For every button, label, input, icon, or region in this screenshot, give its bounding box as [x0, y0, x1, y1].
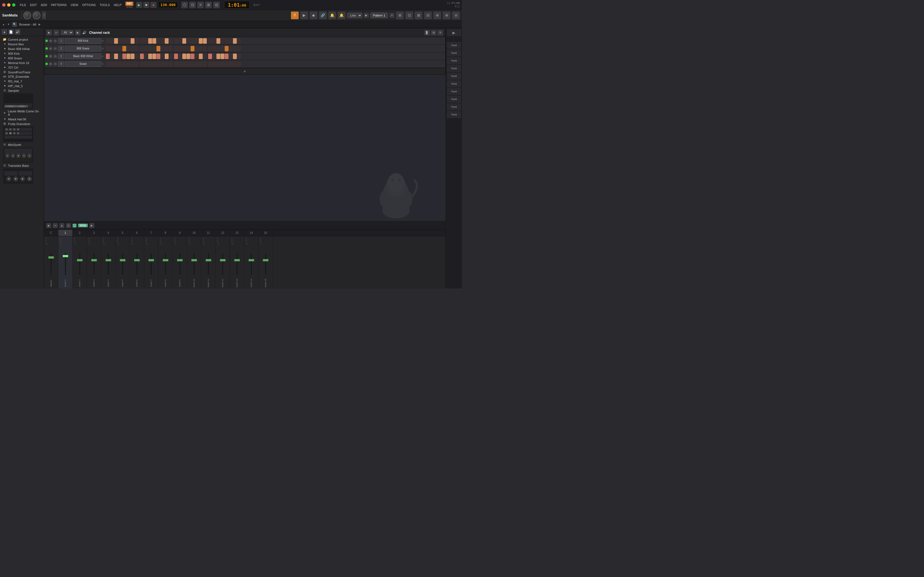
mixer-num-0[interactable]: C: [44, 230, 58, 236]
beat-cell-1-12[interactable]: [152, 38, 156, 44]
beat-cell-4-1[interactable]: [106, 61, 110, 67]
beat-cell-3-24[interactable]: [203, 53, 207, 59]
beat-cell-3-26[interactable]: [212, 53, 216, 59]
sidebar-doc-icon[interactable]: 📄: [8, 29, 14, 35]
fader-handle-8[interactable]: [163, 259, 168, 261]
beat-cell-4-30[interactable]: [229, 61, 233, 67]
mixer-num-6[interactable]: 6: [130, 230, 144, 236]
toolbar-icon-4[interactable]: ⊞: [205, 2, 212, 8]
fader-handle-14[interactable]: [249, 259, 254, 261]
record-button[interactable]: ●: [150, 2, 157, 8]
beat-cell-1-31[interactable]: [233, 38, 237, 44]
cr-arrow-icon[interactable]: ▶: [75, 30, 81, 35]
beat-cell-2-16[interactable]: [169, 46, 173, 52]
nav-down[interactable]: ▼: [7, 23, 10, 26]
beat-cell-1-16[interactable]: [169, 38, 173, 44]
knob-1[interactable]: [23, 11, 31, 19]
pattern-select[interactable]: Pattern 1: [370, 13, 388, 18]
menu-file[interactable]: FILE: [20, 3, 26, 6]
fader-handle-9[interactable]: [177, 259, 183, 261]
beat-cell-2-14[interactable]: [161, 46, 165, 52]
mixer-num-11[interactable]: 11: [201, 230, 216, 236]
beat-cell-2-21[interactable]: [191, 46, 194, 52]
cr-close-icon[interactable]: ✕: [438, 30, 443, 35]
mixer-num-2[interactable]: 2: [73, 230, 87, 236]
mixer-play-icon[interactable]: ▶: [46, 223, 51, 228]
beat-cell-2-31[interactable]: [233, 46, 237, 52]
beat-cell-1-27[interactable]: [216, 38, 220, 44]
beat-cell-3-18[interactable]: [178, 53, 182, 59]
beat-cell-2-2[interactable]: [110, 46, 114, 52]
beat-cell-1-32[interactable]: [237, 38, 241, 44]
channel-solo-4[interactable]: ×: [53, 62, 57, 66]
sidebar-item-808kick[interactable]: ✦ 808 Kick: [2, 51, 42, 56]
mixer-icon[interactable]: 🔔: [328, 11, 336, 19]
beat-cell-3-5[interactable]: [123, 53, 126, 59]
beat-cell-2-25[interactable]: [208, 46, 212, 52]
menu-tools[interactable]: TOOLS: [100, 3, 110, 6]
fader-handle-7[interactable]: [149, 259, 154, 261]
sidebar-item-recent-files[interactable]: ✦ Recent files: [2, 42, 42, 47]
beat-cell-2-28[interactable]: [221, 46, 225, 52]
beat-cell-1-10[interactable]: [144, 38, 148, 44]
channel-solo-3[interactable]: ×: [53, 55, 57, 58]
beat-cell-4-12[interactable]: [152, 61, 156, 67]
mixer-arrow-icon[interactable]: ↩: [53, 223, 58, 228]
mixer-num-7[interactable]: 7: [144, 230, 158, 236]
toolbar-icon-3[interactable]: ≡: [197, 2, 204, 8]
sidebar-up-icon[interactable]: ▲: [2, 29, 7, 35]
beat-cell-3-22[interactable]: [195, 53, 199, 59]
beat-cell-2-6[interactable]: [126, 46, 130, 52]
t2-icon-12[interactable]: ⊘: [452, 11, 460, 19]
beat-cell-3-16[interactable]: [169, 53, 173, 59]
sidebar-speaker-icon[interactable]: 🔊: [15, 29, 20, 35]
knob-2[interactable]: [33, 11, 40, 19]
beat-cell-4-17[interactable]: [174, 61, 178, 67]
beat-cell-2-5[interactable]: [123, 46, 126, 52]
toolbar-icon-1[interactable]: ⬡: [181, 2, 188, 8]
beat-cell-4-23[interactable]: [199, 61, 203, 67]
pattern-add[interactable]: +: [389, 13, 394, 18]
mixer-num-13[interactable]: 13: [230, 230, 244, 236]
t2-icon-7[interactable]: ⊡: [405, 11, 413, 19]
traffic-light-yellow[interactable]: [7, 3, 10, 6]
beat-cell-1-25[interactable]: [208, 38, 212, 44]
beat-cell-3-8[interactable]: [135, 53, 139, 59]
browser-arrow[interactable]: ▶: [39, 23, 41, 26]
beat-cell-4-27[interactable]: [216, 61, 220, 67]
fader-handle-2[interactable]: [77, 259, 82, 261]
menu-edit[interactable]: EDIT: [30, 3, 37, 6]
beat-cell-3-14[interactable]: [161, 53, 165, 59]
channel-mute-2[interactable]: ▼: [48, 47, 53, 50]
beat-cell-2-32[interactable]: [237, 46, 241, 52]
sidebar-item-sampler[interactable]: ⚙ Sampler: [2, 88, 42, 93]
menu-patterns[interactable]: PATTERNS: [51, 3, 67, 6]
sidebar-item-basic808hihat[interactable]: ✦ Basic 808 HiHat: [2, 47, 42, 51]
beat-cell-4-15[interactable]: [165, 61, 169, 67]
cr-grid-icon[interactable]: ⊞: [431, 30, 436, 35]
beat-cell-4-29[interactable]: [225, 61, 229, 67]
bpm-display[interactable]: 130.000: [158, 2, 178, 8]
beat-cell-3-9[interactable]: [140, 53, 144, 59]
sidebar-item-707ch[interactable]: ✦ 707 CH: [2, 65, 42, 70]
beat-cell-4-18[interactable]: [178, 61, 182, 67]
cr-play-icon[interactable]: ▶: [47, 30, 52, 35]
t2-icon-9[interactable]: ⊟: [424, 11, 432, 19]
settings-icon[interactable]: 🔔: [338, 11, 346, 19]
menu-view[interactable]: VIEW: [71, 3, 78, 6]
knob-3[interactable]: |: [42, 11, 46, 19]
fader-handle-15[interactable]: [263, 259, 268, 261]
beat-cell-1-20[interactable]: [186, 38, 190, 44]
beat-cell-3-1[interactable]: [106, 53, 110, 59]
beat-cell-1-5[interactable]: [123, 38, 126, 44]
beat-cell-2-10[interactable]: [144, 46, 148, 52]
beat-cell-3-10[interactable]: [144, 53, 148, 59]
line-arrow[interactable]: ▶: [364, 13, 369, 18]
beat-cell-2-27[interactable]: [216, 46, 220, 52]
beat-cell-2-24[interactable]: [203, 46, 207, 52]
menu-options[interactable]: OPTIONS: [82, 3, 96, 6]
channel-solo-1[interactable]: ×: [53, 39, 57, 43]
beat-cell-4-25[interactable]: [208, 61, 212, 67]
t2-icon-10[interactable]: ⊕: [433, 11, 441, 19]
beat-cell-3-23[interactable]: [199, 53, 203, 59]
